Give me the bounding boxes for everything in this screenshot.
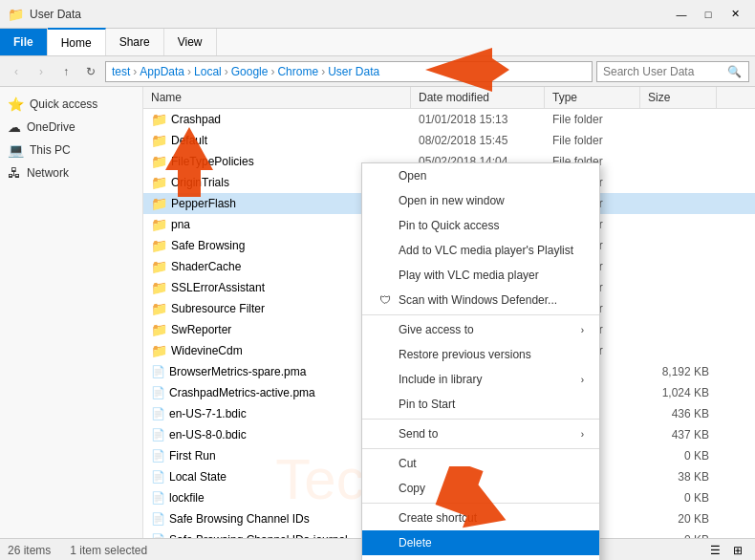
ctx-copy[interactable]: Copy	[362, 476, 599, 501]
ctx-rename[interactable]: Rename	[362, 555, 599, 560]
sidebar-item-network[interactable]: 🖧 Network	[0, 162, 142, 184]
path-sep-5: ›	[321, 65, 325, 78]
ctx-arrow-library: ›	[581, 375, 584, 385]
search-input[interactable]	[603, 65, 727, 78]
search-icon: 🔍	[727, 65, 742, 78]
path-sep-3: ›	[225, 65, 228, 78]
ctx-add-vlc[interactable]: Add to VLC media player's Playlist	[362, 238, 599, 263]
window-icon: 📁	[8, 7, 24, 22]
folder-icon: 📁	[151, 154, 167, 169]
sidebar-item-onedrive[interactable]: ☁ OneDrive	[0, 116, 142, 139]
folder-icon: 📁	[151, 112, 167, 127]
view-details-button[interactable]: ☰	[705, 541, 724, 560]
forward-button[interactable]: ›	[31, 61, 52, 82]
ctx-scan-defender[interactable]: 🛡Scan with Windows Defender...	[362, 288, 599, 312]
ctx-cut[interactable]: Cut	[362, 451, 599, 476]
search-box[interactable]: 🔍	[596, 61, 749, 82]
window-title: User Data	[30, 8, 669, 21]
folder-icon: 📁	[151, 280, 167, 295]
folder-icon: 📁	[151, 217, 167, 232]
path-local[interactable]: Local	[194, 65, 222, 78]
ctx-create-shortcut[interactable]: Create shortcut	[362, 506, 599, 530]
tab-home[interactable]: Home	[48, 28, 106, 55]
sidebar-item-quick-access[interactable]: ⭐ Quick access	[0, 93, 142, 116]
address-path[interactable]: test › AppData › Local › Google › Chrome…	[105, 61, 593, 82]
file-list-header: Name Date modified Type Size	[143, 87, 755, 109]
header-name[interactable]: Name	[143, 87, 411, 108]
folder-icon: 📁	[151, 259, 167, 274]
sidebar-label-quick-access: Quick access	[30, 97, 97, 111]
folder-icon: 📁	[151, 343, 167, 358]
back-button[interactable]: ‹	[6, 61, 27, 82]
ctx-pin-start[interactable]: Pin to Start	[362, 392, 599, 417]
file-icon: 📄	[151, 428, 165, 442]
path-sep-1: ›	[133, 65, 137, 78]
ribbon-tabs: File Home Share View	[0, 29, 755, 55]
ctx-arrow-sendto: ›	[581, 429, 584, 440]
up-button[interactable]: ↑	[55, 61, 76, 82]
path-chrome[interactable]: Chrome	[277, 65, 318, 78]
header-date[interactable]: Date modified	[411, 87, 545, 108]
minimize-button[interactable]: —	[669, 5, 694, 24]
tab-view[interactable]: View	[164, 29, 217, 55]
title-bar: 📁 User Data — □ ✕	[0, 0, 755, 29]
header-size[interactable]: Size	[640, 87, 717, 108]
ctx-restore-versions[interactable]: Restore previous versions	[362, 342, 599, 367]
file-icon: 📄	[151, 365, 165, 378]
ribbon: File Home Share View	[0, 29, 755, 56]
file-icon: 📄	[151, 449, 165, 463]
file-icon: 📄	[151, 533, 165, 538]
file-icon: 📄	[151, 491, 165, 505]
sidebar-label-onedrive: OneDrive	[27, 120, 76, 134]
close-button[interactable]: ✕	[723, 5, 747, 24]
folder-icon: 📁	[151, 196, 167, 211]
sidebar-label-network: Network	[27, 166, 69, 180]
ctx-include-library[interactable]: Include in library›	[362, 367, 599, 392]
path-appdata[interactable]: AppData	[140, 65, 184, 78]
onedrive-icon: ☁	[8, 119, 21, 135]
path-sep-4: ›	[270, 65, 274, 78]
selected-count: 1 item selected	[70, 544, 147, 557]
network-icon: 🖧	[8, 165, 21, 181]
folder-icon: 📁	[151, 133, 167, 148]
sidebar-item-this-pc[interactable]: 💻 This PC	[0, 139, 142, 162]
context-menu: Open Open in new window Pin to Quick acc…	[361, 162, 600, 560]
item-count: 26 items	[8, 544, 51, 557]
this-pc-icon: 💻	[8, 142, 24, 158]
view-controls: ☰ ⊞	[705, 541, 747, 560]
ctx-delete[interactable]: Delete	[362, 530, 599, 555]
folder-icon: 📁	[151, 322, 167, 337]
ctx-give-access[interactable]: Give access to›	[362, 317, 599, 342]
sidebar: ⭐ Quick access ☁ OneDrive 💻 This PC 🖧 Ne…	[0, 87, 143, 538]
ctx-send-to[interactable]: Send to›	[362, 421, 599, 446]
folder-icon: 📁	[151, 238, 167, 253]
tab-file[interactable]: File	[0, 29, 48, 55]
tab-share[interactable]: Share	[106, 29, 164, 55]
path-userdata[interactable]: User Data	[328, 65, 379, 78]
defender-icon: 🛡	[378, 293, 393, 307]
header-type[interactable]: Type	[545, 87, 640, 108]
ctx-open-new-window[interactable]: Open in new window	[362, 188, 599, 213]
file-icon: 📄	[151, 407, 165, 420]
ctx-open[interactable]: Open	[362, 163, 599, 188]
path-sep-2: ›	[187, 65, 191, 78]
list-item[interactable]: 📁Crashpad 01/01/2018 15:13 File folder	[143, 109, 755, 130]
quick-access-icon: ⭐	[8, 97, 24, 112]
maximize-button[interactable]: □	[696, 5, 721, 24]
list-item[interactable]: 📁Default 08/02/2018 15:45 File folder	[143, 130, 755, 151]
folder-icon: 📁	[151, 301, 167, 316]
folder-icon: 📁	[151, 175, 167, 190]
ctx-pin-quick-access[interactable]: Pin to Quick access	[362, 213, 599, 238]
window-controls: — □ ✕	[669, 5, 747, 24]
sidebar-label-this-pc: This PC	[30, 143, 71, 157]
address-bar: ‹ › ↑ ↻ test › AppData › Local › Google …	[0, 56, 755, 87]
path-google[interactable]: Google	[231, 65, 269, 78]
ctx-play-vlc[interactable]: Play with VLC media player	[362, 263, 599, 288]
file-icon: 📄	[151, 470, 165, 484]
file-icon: 📄	[151, 512, 165, 526]
ctx-arrow-give-access: ›	[581, 325, 584, 335]
refresh-button[interactable]: ↻	[80, 61, 101, 82]
path-test[interactable]: test	[112, 65, 130, 78]
file-icon: 📄	[151, 386, 165, 399]
view-grid-button[interactable]: ⊞	[728, 541, 747, 560]
